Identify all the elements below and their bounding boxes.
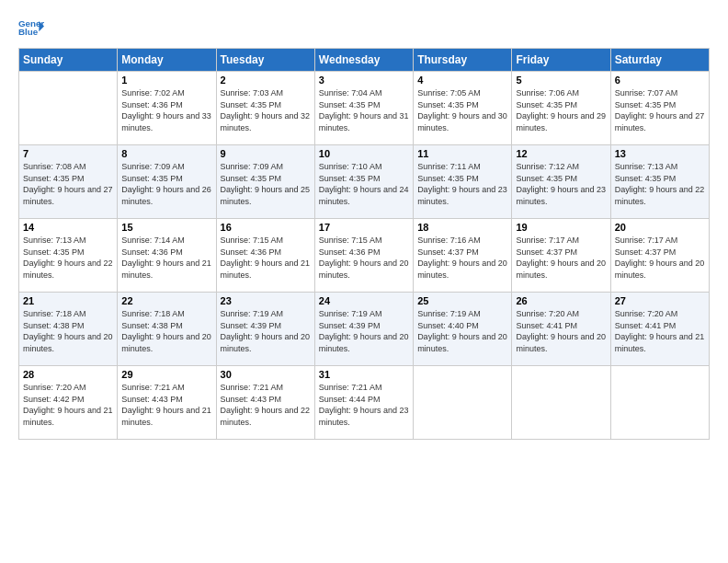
cell-day-number: 10 (319, 148, 409, 159)
cell-sun-info: Sunrise: 7:19 AMSunset: 4:39 PMDaylight:… (319, 308, 409, 354)
calendar-cell: 4Sunrise: 7:05 AMSunset: 4:35 PMDaylight… (414, 72, 512, 145)
cell-day-number: 7 (23, 148, 113, 159)
cell-day-number: 2 (221, 75, 311, 86)
calendar-cell: 11Sunrise: 7:11 AMSunset: 4:35 PMDayligh… (414, 145, 512, 219)
calendar-cell: 3Sunrise: 7:04 AMSunset: 4:35 PMDaylight… (314, 72, 413, 145)
day-header-wednesday: Wednesday (314, 49, 413, 72)
logo: General Blue (18, 15, 44, 40)
cell-day-number: 29 (121, 369, 211, 380)
calendar-cell: 23Sunrise: 7:19 AMSunset: 4:39 PMDayligh… (216, 293, 314, 366)
logo-icon: General Blue (18, 15, 44, 40)
cell-sun-info: Sunrise: 7:02 AMSunset: 4:36 PMDaylight:… (121, 87, 211, 133)
cell-day-number: 28 (23, 369, 113, 380)
week-row-4: 21Sunrise: 7:18 AMSunset: 4:38 PMDayligh… (19, 293, 710, 366)
cell-day-number: 1 (121, 75, 211, 86)
cell-sun-info: Sunrise: 7:18 AMSunset: 4:38 PMDaylight:… (23, 308, 113, 354)
cell-sun-info: Sunrise: 7:13 AMSunset: 4:35 PMDaylight:… (615, 161, 705, 207)
cell-sun-info: Sunrise: 7:05 AMSunset: 4:35 PMDaylight:… (417, 87, 507, 133)
cell-day-number: 9 (221, 148, 311, 159)
cell-sun-info: Sunrise: 7:21 AMSunset: 4:44 PMDaylight:… (319, 382, 409, 428)
calendar-cell: 2Sunrise: 7:03 AMSunset: 4:35 PMDaylight… (216, 72, 314, 145)
calendar-cell: 21Sunrise: 7:18 AMSunset: 4:38 PMDayligh… (19, 293, 118, 366)
cell-day-number: 23 (221, 295, 311, 306)
day-header-thursday: Thursday (414, 49, 512, 72)
cell-day-number: 26 (516, 295, 606, 306)
day-header-saturday: Saturday (610, 49, 709, 72)
cell-day-number: 16 (221, 222, 311, 233)
cell-day-number: 8 (121, 148, 211, 159)
cell-sun-info: Sunrise: 7:21 AMSunset: 4:43 PMDaylight:… (221, 382, 311, 428)
cell-day-number: 13 (615, 148, 705, 159)
calendar-cell: 28Sunrise: 7:20 AMSunset: 4:42 PMDayligh… (19, 366, 118, 440)
cell-sun-info: Sunrise: 7:20 AMSunset: 4:41 PMDaylight:… (615, 308, 705, 354)
calendar-cell: 26Sunrise: 7:20 AMSunset: 4:41 PMDayligh… (512, 293, 610, 366)
cell-day-number: 4 (417, 75, 507, 86)
cell-day-number: 22 (121, 295, 211, 306)
calendar-cell: 14Sunrise: 7:13 AMSunset: 4:35 PMDayligh… (19, 219, 118, 293)
day-header-tuesday: Tuesday (216, 49, 314, 72)
cell-sun-info: Sunrise: 7:19 AMSunset: 4:40 PMDaylight:… (417, 308, 507, 354)
cell-sun-info: Sunrise: 7:13 AMSunset: 4:35 PMDaylight:… (23, 235, 113, 281)
cell-day-number: 20 (615, 222, 705, 233)
day-header-monday: Monday (118, 49, 216, 72)
calendar-cell (610, 366, 709, 440)
calendar-cell: 30Sunrise: 7:21 AMSunset: 4:43 PMDayligh… (216, 366, 314, 440)
calendar-cell (414, 366, 512, 440)
cell-sun-info: Sunrise: 7:21 AMSunset: 4:43 PMDaylight:… (121, 382, 211, 428)
cell-day-number: 24 (319, 295, 409, 306)
calendar-cell: 15Sunrise: 7:14 AMSunset: 4:36 PMDayligh… (118, 219, 216, 293)
cell-sun-info: Sunrise: 7:15 AMSunset: 4:36 PMDaylight:… (221, 235, 311, 281)
calendar-cell: 17Sunrise: 7:15 AMSunset: 4:36 PMDayligh… (314, 219, 413, 293)
header: General Blue (18, 15, 710, 40)
cell-day-number: 30 (221, 369, 311, 380)
week-row-5: 28Sunrise: 7:20 AMSunset: 4:42 PMDayligh… (19, 366, 710, 440)
calendar-cell: 25Sunrise: 7:19 AMSunset: 4:40 PMDayligh… (414, 293, 512, 366)
calendar-cell: 13Sunrise: 7:13 AMSunset: 4:35 PMDayligh… (610, 145, 709, 219)
cell-day-number: 3 (319, 75, 409, 86)
calendar-cell: 10Sunrise: 7:10 AMSunset: 4:35 PMDayligh… (314, 145, 413, 219)
week-row-3: 14Sunrise: 7:13 AMSunset: 4:35 PMDayligh… (19, 219, 710, 293)
day-header-friday: Friday (512, 49, 610, 72)
calendar-cell: 19Sunrise: 7:17 AMSunset: 4:37 PMDayligh… (512, 219, 610, 293)
cell-day-number: 14 (23, 222, 113, 233)
day-header-sunday: Sunday (19, 49, 118, 72)
cell-sun-info: Sunrise: 7:08 AMSunset: 4:35 PMDaylight:… (23, 161, 113, 207)
cell-sun-info: Sunrise: 7:06 AMSunset: 4:35 PMDaylight:… (516, 87, 606, 133)
cell-day-number: 19 (516, 222, 606, 233)
cell-day-number: 18 (417, 222, 507, 233)
page: General Blue SundayMondayTuesdayWednesda… (0, 0, 728, 563)
cell-sun-info: Sunrise: 7:20 AMSunset: 4:41 PMDaylight:… (516, 308, 606, 354)
cell-sun-info: Sunrise: 7:15 AMSunset: 4:36 PMDaylight:… (319, 235, 409, 281)
cell-sun-info: Sunrise: 7:17 AMSunset: 4:37 PMDaylight:… (516, 235, 606, 281)
calendar-cell: 12Sunrise: 7:12 AMSunset: 4:35 PMDayligh… (512, 145, 610, 219)
svg-text:Blue: Blue (18, 27, 39, 37)
header-row: SundayMondayTuesdayWednesdayThursdayFrid… (19, 49, 710, 72)
cell-day-number: 12 (516, 148, 606, 159)
cell-day-number: 25 (417, 295, 507, 306)
calendar-cell: 5Sunrise: 7:06 AMSunset: 4:35 PMDaylight… (512, 72, 610, 145)
calendar-cell: 6Sunrise: 7:07 AMSunset: 4:35 PMDaylight… (610, 72, 709, 145)
cell-day-number: 11 (417, 148, 507, 159)
cell-day-number: 17 (319, 222, 409, 233)
cell-day-number: 15 (121, 222, 211, 233)
calendar-cell: 22Sunrise: 7:18 AMSunset: 4:38 PMDayligh… (118, 293, 216, 366)
calendar-cell (512, 366, 610, 440)
week-row-2: 7Sunrise: 7:08 AMSunset: 4:35 PMDaylight… (19, 145, 710, 219)
cell-sun-info: Sunrise: 7:11 AMSunset: 4:35 PMDaylight:… (417, 161, 507, 207)
cell-day-number: 31 (319, 369, 409, 380)
cell-sun-info: Sunrise: 7:10 AMSunset: 4:35 PMDaylight:… (319, 161, 409, 207)
calendar-cell (19, 72, 118, 145)
cell-sun-info: Sunrise: 7:07 AMSunset: 4:35 PMDaylight:… (615, 87, 705, 133)
cell-day-number: 27 (615, 295, 705, 306)
cell-sun-info: Sunrise: 7:19 AMSunset: 4:39 PMDaylight:… (221, 308, 311, 354)
calendar-cell: 7Sunrise: 7:08 AMSunset: 4:35 PMDaylight… (19, 145, 118, 219)
cell-sun-info: Sunrise: 7:16 AMSunset: 4:37 PMDaylight:… (417, 235, 507, 281)
cell-sun-info: Sunrise: 7:18 AMSunset: 4:38 PMDaylight:… (121, 308, 211, 354)
cell-sun-info: Sunrise: 7:09 AMSunset: 4:35 PMDaylight:… (221, 161, 311, 207)
cell-sun-info: Sunrise: 7:04 AMSunset: 4:35 PMDaylight:… (319, 87, 409, 133)
cell-day-number: 5 (516, 75, 606, 86)
calendar-cell: 8Sunrise: 7:09 AMSunset: 4:35 PMDaylight… (118, 145, 216, 219)
cell-sun-info: Sunrise: 7:12 AMSunset: 4:35 PMDaylight:… (516, 161, 606, 207)
calendar-table: SundayMondayTuesdayWednesdayThursdayFrid… (18, 48, 710, 440)
cell-sun-info: Sunrise: 7:03 AMSunset: 4:35 PMDaylight:… (221, 87, 311, 133)
